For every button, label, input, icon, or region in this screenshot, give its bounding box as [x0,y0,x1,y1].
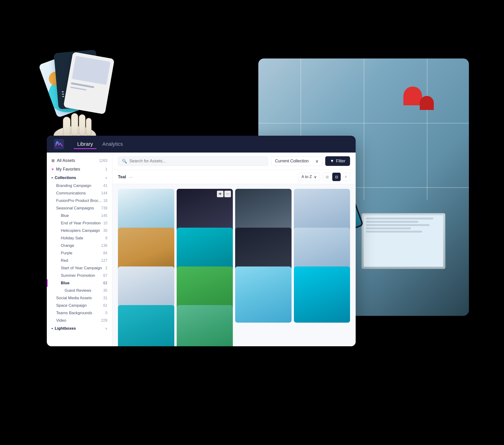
asset-card[interactable] [118,305,174,346]
screen-line [366,218,433,219]
sidebar-item-purple[interactable]: Purple 84 [47,249,112,257]
sidebar-item-fusionpro[interactable]: FusionPro Product Broc... 18 [47,197,112,204]
item-label: Orange [61,243,74,248]
sidebar-item-summer[interactable]: Summer Promotion 67 [47,272,112,279]
sidebar-item-branding[interactable]: Branding Campaign 41 [47,182,112,190]
sidebar-item-video[interactable]: Video 229 [47,317,112,324]
collections-header[interactable]: ▪ Collections ∧ [47,174,112,182]
asset-card[interactable] [177,305,233,346]
folder-icon: ▪ [52,176,53,180]
item-label: Purple [61,251,72,255]
sidebar-item-favorites[interactable]: ♥ My Favorites 1 [47,165,112,174]
item-count: 145 [101,214,108,218]
nav-tabs: Library Analytics [73,139,126,149]
tab-library[interactable]: Library [73,139,97,149]
dropdown-chevron-icon: ∨ [315,159,318,164]
sidebar-item-left: ♥ My Favorites [52,167,80,172]
laptop-screen [364,215,443,267]
all-assets-count: 1263 [99,159,108,163]
sort-dropdown[interactable]: A to Z ∨ [298,173,320,181]
favorites-count: 1 [105,167,108,172]
asset-card[interactable] [235,267,291,323]
sidebar-item-all-assets[interactable]: ⊞ All Assets 1263 [47,156,112,165]
sidebar-item-seasonal[interactable]: Seasonal Campaigns 739 [47,204,112,212]
item-count: 30 [103,229,108,233]
svg-rect-8 [62,91,64,92]
collection-dropdown[interactable]: Current Collection ∨ [271,157,323,166]
tab-analytics[interactable]: Analytics [99,139,126,149]
view-btn-list[interactable]: ≡ [342,173,350,181]
sidebar-item-space-campaign[interactable]: Space Campaign 61 [47,302,112,309]
sidebar-item-social-media[interactable]: Social Media Assets 31 [47,294,112,302]
item-label: Branding Campaign [56,183,91,188]
svg-rect-20 [54,139,64,149]
sidebar-item-holiday[interactable]: Holiday Sale 8 [47,234,112,242]
search-input[interactable] [129,159,264,163]
item-count: 2 [105,266,108,270]
asset-card[interactable] [294,267,350,323]
filter-button[interactable]: ▼ Filter [325,156,350,166]
window-line [258,123,469,124]
item-count: 67 [103,273,108,278]
sidebar-item-helicopters[interactable]: Helicopters Campaign 30 [47,227,112,234]
lightboxes-label: Lightboxes [55,326,76,331]
mascot-area: Style download [19,23,112,140]
sidebar-item-teams-backgrounds[interactable]: Teams Backgrounds 0 [47,309,112,317]
chevron-up-icon: ∧ [105,176,108,180]
more-button[interactable]: ⋯ [224,191,231,197]
sidebar-item-blue[interactable]: Blue 145 [47,212,112,219]
item-label: Social Media Assets [56,296,92,301]
app-logo [54,139,64,149]
sort-label: A to Z [302,175,312,179]
svg-rect-19 [86,118,91,136]
card-fan: Style download [42,42,117,136]
item-count: 62 [103,281,108,285]
all-assets-label: All Assets [57,158,75,163]
person-decoration [342,152,450,316]
view-btn-grid-large[interactable]: ⊞ [323,173,331,181]
sidebar-item-blue-active[interactable]: Blue 62 [47,279,112,287]
item-count: 35 [103,288,108,293]
item-label: FusionPro Product Broc... [56,198,102,203]
sidebar-item-end-of-year[interactable]: End of Year Promotion 10 [47,219,112,227]
toolbar: 🔍 Current Collection ∨ ▼ Filter [112,153,356,170]
sidebar-item-communications[interactable]: Communications 144 [47,190,112,197]
more-options-button[interactable]: ··· [129,174,133,180]
collection-dropdown-label: Current Collection [275,159,309,163]
item-label: Start of Year Campaign [61,266,102,270]
item-label: Blue [61,281,70,285]
item-count: 0 [105,311,108,315]
screen-line [366,231,422,232]
screen-line [366,221,418,223]
item-count: 10 [103,221,108,225]
item-count: 84 [103,251,108,255]
app-window: Library Analytics ⊞ All Assets 1263 ♥ My… [47,136,356,346]
sidebar-item-guest-reviews[interactable]: Guest Reviews 35 [47,287,112,294]
search-box[interactable]: 🔍 [118,157,268,166]
main-content: 🔍 Current Collection ∨ ▼ Filter Teal ··· [112,153,356,346]
view-btn-grid-small[interactable]: ⊟ [332,173,341,181]
item-label: Holiday Sale [61,236,83,241]
item-label: Video [56,318,66,323]
item-label: Summer Promotion [61,273,95,278]
item-label: Space Campaign [56,303,87,308]
item-count: 739 [101,206,108,210]
laptop-decoration [361,213,446,269]
preview-button[interactable]: 👁 [217,191,223,197]
screen-line [366,224,430,226]
filter-label: Filter [336,159,345,163]
screen-line [366,227,411,229]
item-count: 229 [101,319,108,323]
lightboxes-header[interactable]: ▪ Lightboxes ∨ [47,324,112,333]
item-count: 31 [103,296,108,300]
lightboxes-header-left: ▪ Lightboxes [52,326,76,331]
sidebar-item-orange[interactable]: Orange 136 [47,242,112,249]
item-label: Communications [56,191,86,196]
item-label: Teams Backgrounds [56,311,92,315]
decorative-umbrella [403,87,422,105]
sidebar-item-red[interactable]: Red 127 [47,257,112,264]
asset-grid: 👁 ⋯ ♥ [112,184,356,346]
app-body: ⊞ All Assets 1263 ♥ My Favorites 1 ▪ Col… [47,153,356,346]
sidebar-item-start-of-year[interactable]: Start of Year Campaign 2 [47,264,112,272]
item-count: 18 [103,199,108,203]
